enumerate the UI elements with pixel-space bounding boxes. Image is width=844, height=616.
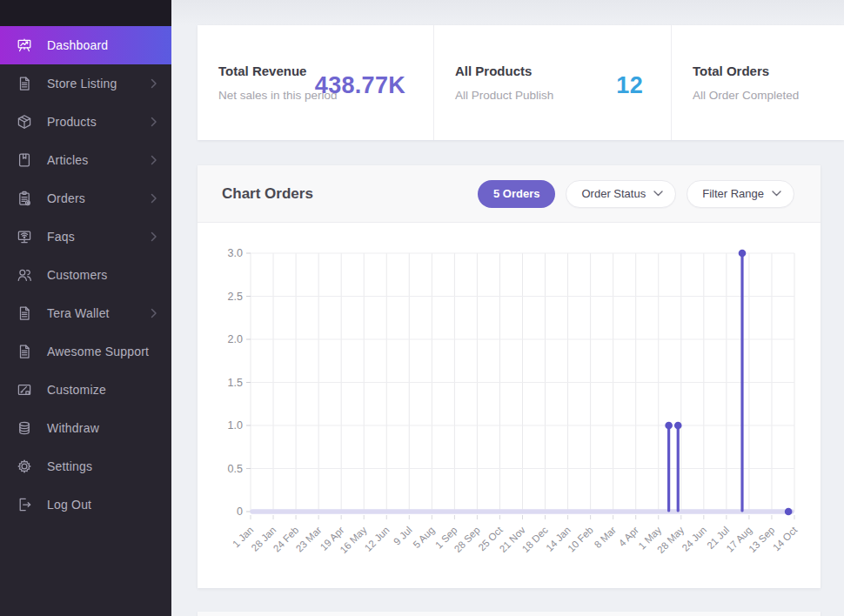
stat-card-total-revenue: Total RevenueNet sales in this period438… bbox=[198, 25, 433, 140]
stat-card-all-products: All ProductsAll Product Publish12 bbox=[433, 25, 671, 140]
sidebar-item-customize[interactable]: Customize bbox=[0, 371, 171, 409]
sidebar-item-label: Articles bbox=[47, 153, 151, 167]
file-icon bbox=[16, 305, 33, 322]
file-icon bbox=[16, 343, 33, 360]
sidebar-item-label: Faqs bbox=[47, 230, 151, 244]
y-axis-label: 1.0 bbox=[228, 419, 243, 432]
sidebar-item-label: Dashboard bbox=[47, 38, 157, 52]
sidebar-item-faqs[interactable]: Faqs bbox=[0, 218, 171, 256]
chart-gridlines bbox=[251, 253, 794, 512]
sidebar-item-settings[interactable]: Settings bbox=[0, 447, 171, 485]
y-axis-label: 1.5 bbox=[228, 377, 243, 389]
sidebar-item-label: Awesome Support bbox=[47, 345, 157, 358]
sidebar-item-log-out[interactable]: Log Out bbox=[0, 485, 171, 524]
chart-axes: 1 Jan28 Jan24 Feb23 Mar19 Apr16 May12 Ju… bbox=[228, 247, 800, 555]
sidebar-item-label: Tera Wallet bbox=[47, 306, 151, 320]
order-status-dropdown[interactable]: Order Status bbox=[566, 180, 676, 208]
sidebar-item-label: Log Out bbox=[47, 498, 157, 512]
main-content: Total RevenueNet sales in this period438… bbox=[171, 0, 844, 616]
chevron-right-icon bbox=[151, 155, 157, 165]
sidebar-item-customers[interactable]: Customers bbox=[0, 256, 171, 294]
top-header-shadow bbox=[171, 0, 844, 25]
stat-value: 12 bbox=[616, 72, 643, 99]
sidebar-item-tera-wallet[interactable]: Tera Wallet bbox=[0, 294, 171, 332]
data-point[interactable] bbox=[674, 422, 682, 430]
next-section-card-edge bbox=[198, 612, 821, 616]
filter-range-label: Filter Range bbox=[702, 187, 764, 200]
sidebar-item-orders[interactable]: Orders bbox=[0, 179, 171, 218]
clipboard-icon bbox=[16, 190, 33, 207]
data-point[interactable] bbox=[739, 250, 747, 258]
y-axis-label: 0 bbox=[237, 506, 243, 518]
chart-orders-card: Chart Orders 5 Orders Order Status Filte… bbox=[198, 165, 821, 588]
sidebar-item-dashboard[interactable]: Dashboard bbox=[0, 26, 171, 64]
chevron-down-icon bbox=[772, 191, 781, 197]
x-axis-label: 5 Aug bbox=[411, 525, 436, 550]
stats-summary-card: Total RevenueNet sales in this period438… bbox=[198, 25, 844, 140]
orders-count-badge[interactable]: 5 Orders bbox=[478, 180, 555, 208]
x-axis-label: 10 Feb bbox=[566, 525, 595, 554]
x-axis-label: 12 Jun bbox=[363, 525, 392, 553]
sidebar-item-label: Orders bbox=[47, 191, 151, 205]
chevron-right-icon bbox=[151, 193, 157, 204]
chart-header: Chart Orders 5 Orders Order Status Filte… bbox=[198, 165, 821, 223]
chevron-right-icon bbox=[151, 308, 157, 318]
chevron-right-icon bbox=[151, 231, 157, 242]
x-axis-label: 8 Mar bbox=[593, 525, 618, 550]
stat-title: Total Orders bbox=[693, 64, 823, 78]
sidebar-item-products[interactable]: Products bbox=[0, 103, 171, 141]
coins-icon bbox=[16, 419, 33, 437]
sidebar: DashboardStore ListingProductsArticlesOr… bbox=[0, 0, 171, 616]
sidebar-item-label: Store Listing bbox=[47, 77, 151, 90]
x-axis-label: 28 Sep bbox=[452, 525, 482, 554]
chart-title: Chart Orders bbox=[222, 185, 478, 203]
x-axis-label: 13 Sep bbox=[747, 525, 776, 554]
logout-icon bbox=[16, 496, 33, 513]
sidebar-item-label: Withdraw bbox=[47, 421, 157, 435]
sidebar-item-withdraw[interactable]: Withdraw bbox=[0, 409, 171, 447]
orders-chart: 1 Jan28 Jan24 Feb23 Mar19 Apr16 May12 Ju… bbox=[198, 223, 821, 587]
order-status-label: Order Status bbox=[581, 187, 646, 200]
sidebar-item-awesome-support[interactable]: Awesome Support bbox=[0, 332, 171, 371]
x-axis-label: 14 Oct bbox=[771, 524, 800, 552]
data-point[interactable] bbox=[665, 422, 673, 430]
y-axis-label: 3.0 bbox=[228, 247, 243, 259]
chevron-right-icon bbox=[151, 78, 157, 89]
users-icon bbox=[16, 266, 33, 284]
y-axis-label: 2.0 bbox=[228, 333, 243, 345]
sidebar-item-label: Products bbox=[47, 115, 151, 129]
sidebar-item-label: Customers bbox=[47, 268, 157, 282]
stat-subtitle: All Order Completed bbox=[693, 89, 823, 102]
journal-icon bbox=[16, 151, 33, 169]
chart-plot-area: 1 Jan28 Jan24 Feb23 Mar19 Apr16 May12 Ju… bbox=[198, 223, 821, 587]
x-axis-label: 18 Dec bbox=[520, 525, 550, 554]
stat-card-total-orders: Total OrdersAll Order Completed bbox=[671, 25, 844, 140]
dashboard-icon bbox=[16, 37, 33, 54]
stat-value: 438.77K bbox=[315, 72, 405, 99]
sidebar-item-articles[interactable]: Articles bbox=[0, 141, 171, 179]
y-axis-label: 0.5 bbox=[228, 463, 243, 475]
sidebar-item-label: Customize bbox=[47, 383, 157, 397]
x-axis-label: 23 Mar bbox=[294, 525, 324, 554]
file-icon bbox=[16, 75, 33, 92]
monitor-icon bbox=[16, 228, 33, 245]
gear-icon bbox=[16, 458, 33, 475]
y-axis-label: 2.5 bbox=[228, 291, 243, 303]
data-point[interactable] bbox=[785, 508, 793, 516]
x-axis-label: 24 Jun bbox=[680, 525, 708, 553]
chevron-right-icon bbox=[151, 117, 157, 127]
chevron-down-icon bbox=[653, 191, 663, 197]
filter-range-dropdown[interactable]: Filter Range bbox=[687, 180, 794, 208]
sidebar-top-strip bbox=[0, 0, 171, 26]
box-icon bbox=[16, 113, 33, 131]
customize-icon bbox=[16, 381, 33, 398]
x-axis-label: 9 Jul bbox=[392, 525, 414, 547]
sidebar-item-label: Settings bbox=[47, 459, 157, 473]
sidebar-menu: DashboardStore ListingProductsArticlesOr… bbox=[0, 26, 171, 524]
sidebar-item-store-listing[interactable]: Store Listing bbox=[0, 64, 171, 103]
